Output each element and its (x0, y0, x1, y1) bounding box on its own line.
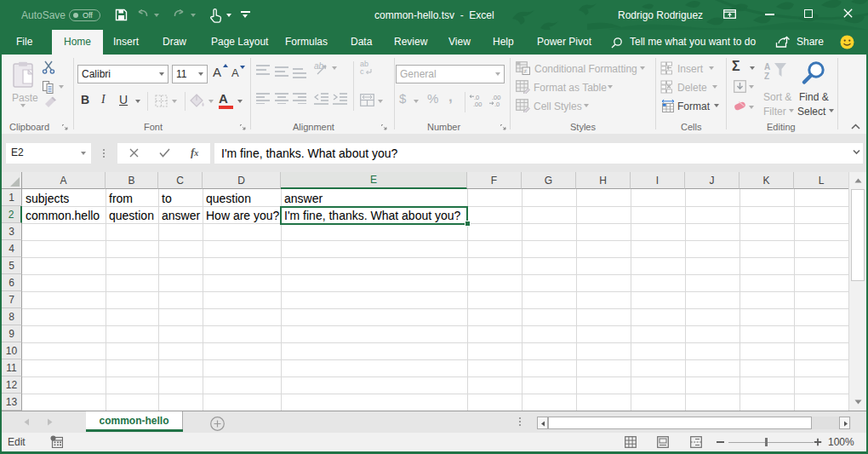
svg-text:.0: .0 (494, 101, 500, 107)
svg-text:c: c (360, 67, 364, 76)
svg-text:A: A (764, 62, 770, 72)
svg-text:≠: ≠ (524, 68, 528, 74)
svg-text:.00: .00 (473, 101, 482, 107)
svg-text:Z: Z (764, 72, 769, 80)
